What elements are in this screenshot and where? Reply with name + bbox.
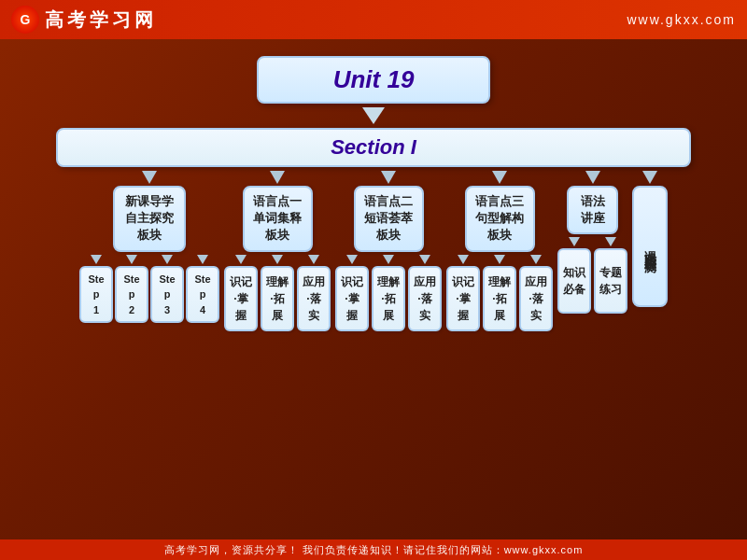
col4-sub2-arrow [494,255,505,264]
col1-sub1-arrow [91,255,102,264]
col1-sub2-arrow [126,255,137,264]
col3-sub2-arrow [383,255,394,264]
col2-box: 语言点一单词集释板块 [243,186,313,252]
section-title: Section I [58,135,689,160]
column-5: 语法讲座 知识必备 专题练习 [557,171,627,314]
section-col6-arrow [642,171,657,184]
col6-box: 课时跟踪检测 [632,186,668,307]
col3-sub3-box: 应用·落实 [408,266,442,331]
column-1: 新课导学自主探究板块 Step1 Step2 Step3 Step4 [79,171,219,323]
footer-text: 高考学习网，资源共分享！ 我们负责传递知识！请记住我们的网站：www.gkxx.… [164,543,584,557]
section-col2-arrow [270,171,285,184]
main-content: Unit 19 Section I 新课导学自主探究板块 Step1 Step2 [0,39,747,331]
section-col5-arrow [585,171,600,184]
footer: 高考学习网，资源共分享！ 我们负责传递知识！请记住我们的网站：www.gkxx.… [0,539,747,560]
col4-sub1-arrow [458,255,469,264]
col3-sub1-box: 识记·掌握 [335,266,369,331]
col3-box: 语言点二短语荟萃板块 [354,186,424,252]
col5-sub2-box: 专题练习 [594,248,627,314]
col2-sub1-arrow [235,255,247,264]
column-3: 语言点二短语荟萃板块 识记·掌握 理解·拓展 应用·落实 [335,171,442,331]
step2-box: Step2 [115,266,148,324]
header-url: www.gkxx.com [627,12,736,27]
logo-area: G 高考学习网 [11,6,157,34]
col4-sub3-arrow [530,255,542,264]
section-box: Section I [56,128,691,167]
column-4: 语言点三句型解构板块 识记·掌握 理解·拓展 应用·落实 [446,171,553,331]
header: G 高考学习网 www.gkxx.com [0,0,747,39]
col1-sub3-arrow [162,255,173,264]
col2-sub1-box: 识记·掌握 [224,266,258,331]
col5-box: 语法讲座 [567,186,618,234]
section-col3-arrow [381,171,396,184]
step1-box: Step1 [79,266,113,324]
col3-sub1-arrow [346,255,358,264]
col3-sub2-box: 理解·拓展 [372,266,405,331]
unit-to-section-arrow [362,107,385,124]
logo-text: 高考学习网 [45,7,157,33]
col2-sub2-arrow [272,255,283,264]
section-col4-arrow [492,171,507,184]
col2-sub3-arrow [308,255,319,264]
col5-sub1-arrow [569,237,580,246]
col1-box: 新课导学自主探究板块 [113,186,186,252]
col2-sub2-box: 理解·拓展 [261,266,294,331]
col4-box: 语言点三句型解构板块 [465,186,535,252]
step3-box: Step3 [150,266,184,324]
column-6: 课时跟踪检测 [632,171,668,307]
unit-title: Unit 19 [333,65,415,94]
step4-box: Step4 [186,266,219,324]
logo-icon: G [11,6,39,34]
col5-sub2-arrow [605,237,616,246]
col4-sub2-box: 理解·拓展 [483,266,516,331]
col2-sub3-box: 应用·落实 [297,266,331,331]
col5-sub1-box: 知识必备 [557,248,591,314]
unit-box: Unit 19 [257,56,491,104]
col4-sub1-box: 识记·掌握 [446,266,480,331]
column-2: 语言点一单词集释板块 识记·掌握 理解·拓展 应用·落实 [224,171,331,331]
col3-sub3-arrow [419,255,430,264]
col4-sub3-box: 应用·落实 [519,266,553,331]
section-col1-arrow [142,171,157,184]
col1-sub4-arrow [197,255,208,264]
